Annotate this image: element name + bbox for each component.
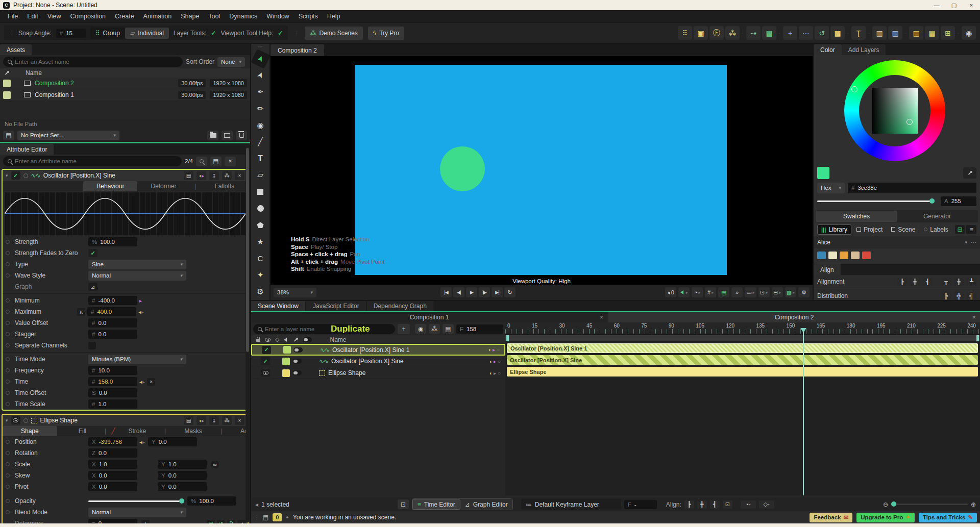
distribute-h-button[interactable]: ╠ (941, 292, 951, 300)
layer-name[interactable]: Oscillator [Position.X] Sine (331, 358, 403, 365)
grid-icon[interactable]: ⊞ (941, 26, 955, 40)
motion-arrows-icon[interactable]: ◖▸ (197, 416, 206, 425)
viewport-canvas[interactable]: Hold SDirect Layer Selection SpacePlay/ … (271, 56, 813, 285)
orbit-icon[interactable]: ↺ (815, 26, 829, 40)
motion-arrows-icon[interactable]: ◖▸ (197, 171, 206, 180)
left-panel-scrollbar[interactable] (246, 145, 250, 522)
align-top-button[interactable]: ┳ (941, 278, 951, 286)
palette-swatch[interactable] (817, 252, 826, 259)
layer-row-ellipse-shape[interactable]: Ellipse Shape ◖ ▸ ○ (251, 367, 505, 379)
emitter-icon[interactable]: + (783, 26, 797, 40)
project-tab[interactable]: Project (853, 224, 886, 235)
deformers-field[interactable]: ≡0 (88, 519, 137, 523)
maximum-field[interactable]: #400.0 (87, 307, 136, 316)
snap-angle-field[interactable]: # 15 (56, 29, 86, 38)
forge-icon[interactable]: Ⓕ (709, 26, 724, 40)
stagger-field[interactable]: #0.0 (88, 330, 137, 339)
fast-forward-icon[interactable]: » (731, 287, 743, 297)
connector-dot[interactable] (6, 343, 10, 347)
layers-view-icon[interactable]: ⊡▸ (758, 287, 770, 297)
project-set-dropdown[interactable]: No Project Set... ▾ (17, 131, 119, 140)
align-bottom-button[interactable]: ┻ (967, 278, 976, 286)
stagger-icon[interactable]: ▤ (762, 26, 776, 40)
opacity-slider[interactable] (88, 500, 183, 502)
slider-handle[interactable] (179, 498, 184, 504)
close-tab-icon[interactable]: × (600, 314, 603, 321)
menu-create[interactable]: Create (110, 13, 139, 20)
connector-dot[interactable] (6, 499, 10, 503)
enabled-check-icon[interactable]: ✓ (11, 171, 20, 180)
pick-whip-button[interactable] (196, 157, 207, 166)
open-folder-button[interactable] (207, 131, 218, 140)
solo-circle-icon[interactable] (23, 173, 28, 178)
connector-dot[interactable] (6, 402, 10, 406)
tab-falloffs[interactable]: Falloffs (202, 181, 248, 191)
stopwatch-icon[interactable]: ◔▸ (692, 287, 703, 297)
audio-icon[interactable]: ▸ (678, 287, 690, 297)
keyframe-next-icon[interactable]: ▸ (142, 379, 145, 385)
asset-name[interactable]: Composition 2 (35, 80, 74, 87)
sort-order-dropdown[interactable]: None ▾ (217, 57, 245, 67)
layer-toggle-pill[interactable] (292, 359, 302, 364)
rows-icon[interactable]: ▤ (925, 26, 939, 40)
scatter-icon[interactable]: ⁂ (725, 26, 740, 40)
hex-field[interactable]: #3ce38e (848, 183, 976, 193)
tab-attribute-editor[interactable]: Attribute Editor (0, 144, 54, 155)
collapse-chevron-icon[interactable]: ▾ (6, 173, 8, 178)
close-card-icon[interactable]: × (235, 171, 244, 180)
connector-dot[interactable] (6, 332, 10, 336)
layer-toggle-pill[interactable] (292, 370, 302, 375)
ellipse-shape-layer[interactable] (440, 146, 485, 191)
tab-swatches[interactable]: Swatches (816, 211, 897, 222)
oscillator-header[interactable]: ▾ ✓ ∿∿ Oscillator [Position.X] Sine ▤ ◖▸… (3, 170, 248, 181)
filmstrip-icon[interactable]: ▦ (830, 26, 845, 40)
pen-tool[interactable]: ✒ (253, 85, 268, 99)
panel-options-icon[interactable]: ▤ (184, 171, 193, 180)
connector-dot[interactable] (6, 240, 10, 244)
duplicator-icon[interactable]: ⠿ (678, 26, 692, 40)
warning-count-badge[interactable]: 0 (273, 513, 282, 521)
new-composition-button[interactable] (222, 131, 233, 140)
go-to-end-button[interactable]: ▶| (492, 287, 503, 297)
connect-arrow-icon[interactable]: ⇢ (746, 26, 761, 40)
go-to-start-button[interactable]: |◀ (440, 287, 452, 297)
deformer-graph-icon[interactable]: ⊿ (237, 520, 246, 524)
stopwatch-button[interactable]: ◔▸ (741, 500, 756, 509)
library-tab[interactable]: |||Library (817, 224, 851, 235)
position-x-field[interactable]: X-399.756 (88, 437, 137, 446)
delete-button[interactable] (236, 131, 247, 140)
chevron-down-icon[interactable]: ▾ (965, 240, 967, 245)
connector-dot[interactable] (6, 251, 10, 255)
time-editor-button[interactable]: ≡Time Editor (412, 499, 460, 510)
palette-options-icon[interactable]: ⋯ (970, 239, 976, 246)
polygon-tool[interactable] (253, 218, 268, 233)
try-pro-button[interactable]: ϟ Try Pro (368, 27, 404, 40)
sparkle-tool[interactable]: ✦ (253, 268, 268, 283)
drag-handle-icon[interactable]: ⋮ (9, 30, 14, 36)
solo-circle-icon[interactable] (23, 418, 28, 423)
zoom-handle[interactable] (891, 501, 896, 507)
wave-style-dropdown[interactable]: Normal▾ (88, 271, 186, 281)
tab-deformer[interactable]: Deformer (137, 181, 189, 191)
menu-tool[interactable]: Tool (204, 13, 225, 20)
isolate-icon[interactable]: ⁂ (222, 416, 232, 425)
menu-dynamics[interactable]: Dynamics (225, 13, 262, 20)
tab-align[interactable]: Align (814, 264, 841, 275)
individual-mode-button[interactable]: ▱ Individual (125, 28, 169, 39)
deformer-d-icon[interactable]: D (227, 520, 235, 524)
keyframe-prev-icon[interactable]: ◖ (488, 347, 491, 353)
speaker-icon[interactable] (284, 338, 287, 342)
time-scale-field[interactable]: #1.0 (88, 399, 137, 409)
ruler-ticks[interactable] (505, 329, 980, 334)
viewport-tab-composition-2[interactable]: Composition 2 (271, 44, 324, 56)
layer-color-swatch[interactable] (283, 346, 291, 354)
close-button[interactable]: × (963, 0, 980, 10)
menu-shape[interactable]: Shape (176, 13, 204, 20)
menu-composition[interactable]: Composition (66, 13, 110, 20)
solo-circle-icon[interactable]: ○ (498, 359, 501, 364)
rotation-field[interactable]: Z0.0 (88, 448, 137, 458)
zoom-out-icon[interactable]: ⊖ (883, 501, 888, 508)
time-offset-field[interactable]: S0.0 (88, 388, 137, 397)
pi-button[interactable]: π (77, 308, 85, 316)
grid-toggle-icon[interactable]: #▸ (705, 287, 716, 297)
